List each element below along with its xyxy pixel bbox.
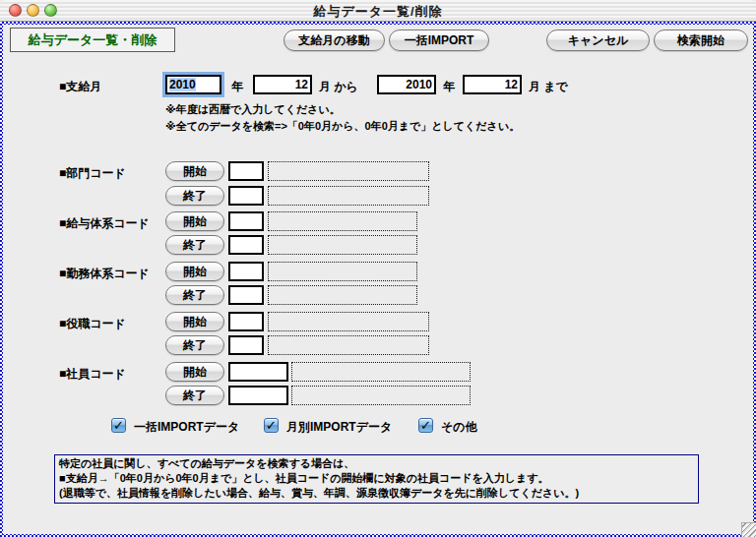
dept-end-name-display [268,186,429,206]
window-title: 給与データ一覧/削除 [0,3,756,21]
page-title: 給与データ一覧・削除 [10,28,175,52]
work-system-code-label: ■勤務体系コード [59,266,150,282]
other-checkbox-label: その他 [441,419,477,436]
employee-start-name-display [291,362,471,382]
salary-system-start-code-input[interactable] [228,211,264,231]
dept-start-name-display [268,161,429,181]
position-end-button[interactable]: 終了 [165,335,224,355]
from-year-value: 2010 [169,78,196,91]
note-search-all: ※全てのデータを検索=>「0年0月から、0年0月まで」としてください。 [165,119,520,134]
to-year-input[interactable]: 2010 [377,75,436,94]
salary-system-start-button[interactable]: 開始 [165,211,224,231]
footnote-box: 特定の社員に関し、すべての給与データを検索する場合は、 ■支給月→「0年0月から… [54,454,699,504]
employee-start-code-input[interactable] [228,362,288,382]
salary-system-start-name-display [268,211,417,231]
to-month-unit: 月 まで [529,79,568,95]
work-system-end-name-display [268,285,417,305]
batch-import-checkbox[interactable]: ✓ [111,418,126,433]
footnote-line-3: (退職等で、社員情報を削除したい場合、給与、賞与、年調、源泉徴収簿データを先に削… [59,486,694,501]
other-checkbox[interactable]: ✓ [418,418,433,433]
note-western-year: ※年度は西暦で入力してください。 [165,102,341,117]
position-start-code-input[interactable] [228,312,264,331]
salary-system-code-label: ■給与体系コード [59,215,150,232]
dept-end-code-input[interactable] [228,186,264,206]
footnote-line-2: ■支給月→「0年0月から0年0月まで」とし、社員コードの開始欄に対象の社員コード… [59,471,694,486]
employee-start-button[interactable]: 開始 [165,362,224,382]
position-end-name-display [268,335,429,355]
search-start-button[interactable]: 検索開始 [654,30,748,51]
work-system-end-code-input[interactable] [228,285,264,305]
cancel-button[interactable]: キャンセル [546,30,650,51]
work-system-start-name-display [268,262,417,281]
from-month-input[interactable]: 12 [253,75,312,94]
employee-end-button[interactable]: 終了 [165,386,224,405]
employee-code-label: ■社員コード [59,366,126,383]
dept-end-button[interactable]: 終了 [165,186,224,206]
to-year-unit: 年 [443,79,455,95]
employee-end-name-display [291,386,471,405]
to-month-input[interactable]: 12 [463,75,522,94]
monthly-import-checkbox[interactable]: ✓ [264,418,279,433]
work-system-end-button[interactable]: 終了 [165,285,224,305]
position-code-label: ■役職コード [59,316,126,332]
batch-import-button[interactable]: 一括IMPORT [389,30,489,51]
position-start-button[interactable]: 開始 [165,312,224,331]
work-system-start-code-input[interactable] [228,262,264,281]
window-body: 給与データ一覧・削除 支給月の移動 一括IMPORT キャンセル 検索開始 ■支… [0,22,756,537]
salary-system-end-name-display [268,235,417,255]
work-system-start-button[interactable]: 開始 [165,262,224,281]
dept-start-button[interactable]: 開始 [165,161,224,181]
from-month-unit: 月 から [319,79,358,95]
salary-system-end-code-input[interactable] [228,235,264,255]
employee-end-code-input[interactable] [228,386,288,405]
footnote-line-1: 特定の社員に関し、すべての給与データを検索する場合は、 [59,456,694,471]
position-end-code-input[interactable] [228,335,264,355]
batch-import-checkbox-label: 一括IMPORTデータ [134,419,239,436]
dept-code-label: ■部門コード [59,165,126,182]
title-bar[interactable]: 給与データ一覧/削除 [0,0,756,22]
from-year-unit: 年 [231,79,243,95]
position-start-name-display [268,312,429,331]
dept-start-code-input[interactable] [228,161,264,181]
salary-system-end-button[interactable]: 終了 [165,235,224,255]
move-pay-month-button[interactable]: 支給月の移動 [284,30,385,51]
monthly-import-checkbox-label: 月別IMPORTデータ [286,419,392,436]
from-year-input[interactable]: 2010 [165,75,221,94]
window-resize-grip[interactable] [741,522,756,537]
pay-month-label: ■支給月 [59,79,101,95]
app-window: 給与データ一覧/削除 給与データ一覧・削除 支給月の移動 一括IMPORT キャ… [0,0,756,537]
